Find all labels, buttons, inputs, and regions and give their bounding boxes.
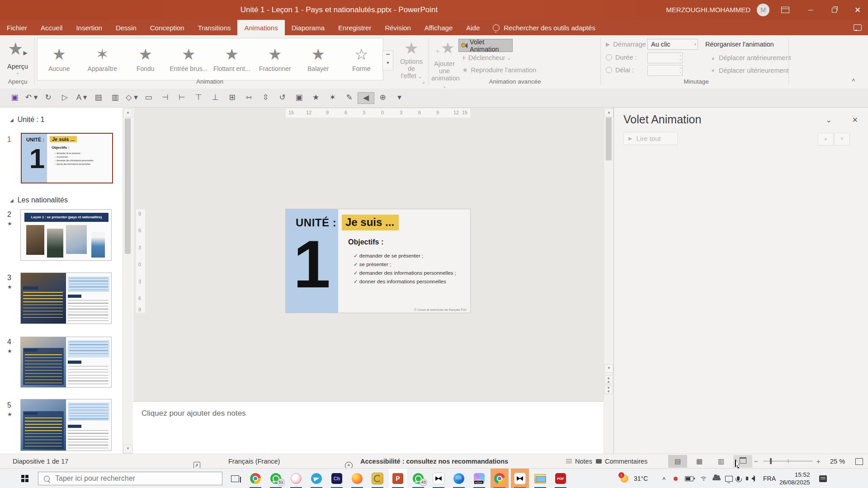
align-bottom-button[interactable]: ⊥ [207,92,224,104]
taskbar-edge[interactable] [450,469,468,488]
cast-icon[interactable] [725,469,733,488]
bring-forward-button[interactable]: ▤ [90,92,107,104]
scroll-down-button[interactable]: ▼ [604,364,613,373]
distribute-horizontally-button[interactable]: ⇿ [241,92,257,104]
tab-fichier[interactable]: Fichier [0,20,34,35]
slide-counter[interactable]: Diapositive 1 de 17 [13,454,68,469]
selection-pane-button[interactable]: ⊕ [374,92,391,104]
align-right-button[interactable]: ⊢ [174,92,190,104]
animation-apparaitre[interactable]: ✶Apparaître [81,38,124,80]
volume-icon[interactable] [749,469,758,488]
comments-button[interactable] [854,20,862,35]
slide-4-thumbnail[interactable] [20,337,112,388]
slide-unit-title[interactable]: Je suis ... [342,215,399,230]
scrollbar-thumb[interactable] [125,118,131,254]
move-up-button[interactable]: ▲ [818,133,834,145]
taskbar-browser-attention[interactable] [491,469,509,488]
accessibility-status[interactable]: Accessibilité : consultez nos recommanda… [360,454,508,469]
tab-conception[interactable]: Conception [143,20,191,35]
start-button[interactable] [14,469,35,488]
taskbar-firefox[interactable] [348,469,366,488]
hidden-icons-button[interactable]: ˄ [662,469,666,488]
tab-dessin[interactable]: Dessin [109,20,143,35]
taskbar-powerpoint[interactable]: P [389,469,407,488]
move-earlier-button[interactable]: ▲ Déplacer antérieurement [711,54,791,61]
task-view-button[interactable] [228,469,242,488]
scrollbar-thumb[interactable] [606,117,612,160]
weather-button[interactable]: 1 [620,469,628,488]
temperature[interactable]: 31°C [634,469,648,488]
taskbar-whatsapp[interactable]: 51 [267,469,285,488]
add-animation-button[interactable]: ✶ [324,92,341,104]
normal-view-button[interactable]: ▤ [668,455,687,468]
avatar[interactable]: M [757,4,769,16]
taskbar-capcut[interactable] [429,469,448,488]
move-later-button[interactable]: ▼ Déplacer ultérieurement [711,67,789,74]
more-commands-button[interactable]: ▾ [391,92,408,104]
center-objects-button[interactable]: ⊞ [224,92,241,104]
rotate-object-button[interactable]: ↺ [274,92,291,104]
taskbar-telegram[interactable] [307,469,326,488]
taskbar-m365[interactable]: M365 [470,469,488,488]
minimize-button[interactable] [800,0,821,20]
objective-item[interactable]: demander de se présenter ; [354,253,423,259]
align-top-button[interactable]: ⊤ [190,92,207,104]
slide-5-thumbnail[interactable] [20,399,112,451]
section-header-unite-1[interactable]: ◢ Unité : 1 [10,116,44,124]
animation-aucune[interactable]: ★Aucune [38,38,81,80]
reading-view-button[interactable]: ▥ [712,455,731,468]
play-all-button[interactable]: ▶ Lire tout [623,132,678,145]
taskbar-whatsapp-2[interactable]: 43 [409,469,427,488]
shapes-button[interactable]: ◇ ▾ [123,92,140,104]
zoom-level[interactable]: 25 % [830,454,845,469]
delay-spinner[interactable]: ˄˅ [647,65,683,76]
slide-2-thumbnail[interactable]: Leçon 1 : se présenter (pays et national… [20,209,112,261]
tab-animations[interactable]: Animations [237,20,284,35]
taskbar-clip-app[interactable] [287,469,305,488]
tell-me-search[interactable]: Rechercher des outils adaptés [493,20,595,35]
send-backward-button[interactable]: ▥ [107,92,123,104]
recording-indicator-icon[interactable] [674,469,678,488]
tab-affichage[interactable]: Affichage [418,20,459,35]
pane-collapse-icon[interactable]: ⌄ [826,116,832,124]
tab-accueil[interactable]: Accueil [34,20,69,35]
comments-toggle[interactable]: Commentaires [596,454,647,469]
notes-area[interactable]: Cliquez pour ajouter des notes [133,401,604,454]
notes-placeholder[interactable]: Cliquez pour ajouter des notes [142,409,246,418]
animation-forme[interactable]: ☆Forme [340,38,383,80]
zoom-out-button[interactable]: − [754,454,758,469]
taskbar-capcut-attention[interactable] [511,469,529,488]
gallery-more-button[interactable]: ▔▾ [382,51,393,70]
slide-canvas[interactable]: UNITÉ : Je suis ... 1 Objectifs : demand… [286,209,470,313]
start-from-beginning-button[interactable]: ▷ [57,92,73,104]
previous-slide-button[interactable]: ▲▲ [604,375,613,384]
slide-1-thumbnail[interactable]: UNITÉ : Je suis ... 1 Objectifs : demand… [21,133,113,183]
save-icon[interactable]: ▣ [6,92,23,104]
start-combobox[interactable]: Au clic ▾ [647,39,698,50]
group-objects-button[interactable]: ▣ [291,92,307,104]
taskbar-file-explorer[interactable] [531,469,549,488]
taskbar-character-animator[interactable]: Ch [328,469,346,488]
language-indicator[interactable]: FRA [763,469,776,488]
tab-enregistrer[interactable]: Enregistrer [331,20,378,35]
taskbar-capture-app[interactable] [368,469,387,488]
restore-button[interactable] [824,0,844,20]
effect-options-button[interactable]: ★ Options de l'effet ⌄ [397,39,426,80]
redo-button[interactable]: ↻ [40,92,57,104]
animation-entree-brusque[interactable]: ★Entrée brus... [167,38,211,80]
slide-sorter-view-button[interactable]: ▦ [690,455,709,468]
trigger-button[interactable]: Déclencheur ⌄ [462,54,511,61]
animation-fractionner[interactable]: ★Fractionner [254,38,297,80]
close-button[interactable]: ✕ [847,0,868,20]
undo-button[interactable]: ↶ ▾ [23,92,40,104]
taskbar-chrome[interactable] [246,469,264,488]
tab-transitions[interactable]: Transitions [191,20,238,35]
scroll-up-button[interactable]: ▲ [604,108,613,117]
microphone-icon[interactable] [737,469,740,488]
section-header-les-nationalites[interactable]: ◢ Les nationalités [10,196,68,204]
wifi-icon[interactable] [700,469,707,488]
tab-insertion[interactable]: Insertion [69,20,109,35]
animation-painter-button[interactable]: ✎ [341,92,358,104]
onedrive-icon[interactable] [712,469,721,488]
tab-diaporama[interactable]: Diaporama [285,20,331,35]
